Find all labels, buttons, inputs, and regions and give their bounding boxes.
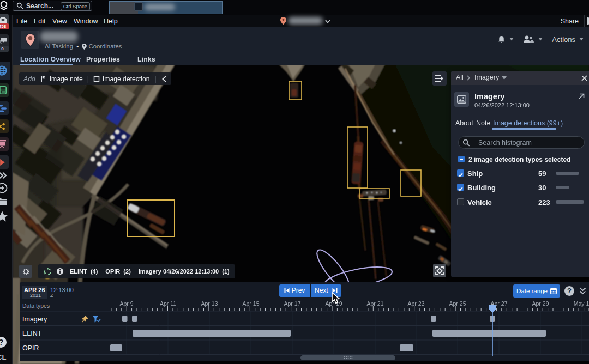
svg-text:May 1: May 1 xyxy=(574,300,589,307)
svg-text:Apr 29: Apr 29 xyxy=(532,300,549,307)
svg-text:Apr 11: Apr 11 xyxy=(160,300,176,307)
svg-text:Apr 13: Apr 13 xyxy=(201,300,218,307)
svg-text:Apr 17: Apr 17 xyxy=(284,300,301,307)
svg-text:Apr 15: Apr 15 xyxy=(243,300,260,307)
svg-text:Apr 21: Apr 21 xyxy=(367,300,384,307)
svg-text:Apr 25: Apr 25 xyxy=(449,300,466,307)
svg-text:Apr 23: Apr 23 xyxy=(408,300,425,307)
